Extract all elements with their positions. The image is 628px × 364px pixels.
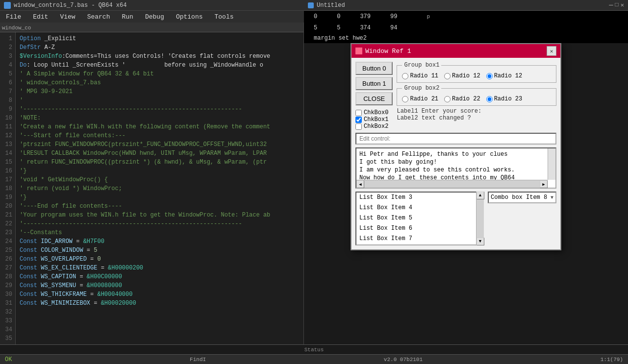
menu-search[interactable]: Search [85, 13, 112, 21]
console-c4b: 94 [390, 24, 397, 31]
console-data-row1: 0 0 379 99 p [304, 11, 628, 23]
hscroll-left-btn[interactable]: ◀ [356, 180, 364, 188]
checkboxes: ChkBox0 ChkBox1 ChkBox2 [355, 109, 393, 130]
listbox-wrapper: List Box Item 3List Box Item 4List Box I… [355, 192, 484, 245]
menu-run[interactable]: Run [120, 13, 135, 21]
menu-file[interactable]: File [4, 13, 23, 21]
console-c4: 99 [390, 13, 397, 20]
radio23-label[interactable]: Radio 23 [486, 96, 523, 102]
combo-area: Combo box Item 8 ▼ [488, 192, 556, 245]
radio12a-label[interactable]: Radio 12 [444, 73, 480, 79]
textarea-wrapper: Hi Petr and Fellippe, thanks to your clu… [355, 147, 556, 189]
radio21-label[interactable]: Radio 21 [402, 96, 438, 102]
line-numbers: 1234567891011121314151617181920212223242… [0, 32, 16, 344]
listbox-scrollbar[interactable]: ▲ ▼ [476, 192, 484, 245]
console-c3: 379 [360, 13, 371, 20]
radio23[interactable] [486, 96, 493, 102]
app-icon [4, 2, 11, 9]
menu-view[interactable]: View [58, 13, 77, 21]
radio11-label[interactable]: Radio 11 [402, 73, 438, 79]
radio22[interactable] [444, 96, 451, 102]
dialog-close-button[interactable]: ✕ [547, 46, 556, 56]
editor-area: window_co 123456789101112131415161718192… [0, 23, 304, 344]
top-row: Button 0 Button 1 CLOSE ChkBox0 ChkBox1 … [355, 62, 556, 130]
console-c2: 0 [337, 13, 340, 20]
position-text: 1:1(79) [601, 357, 623, 363]
radio12b[interactable] [486, 73, 493, 79]
editor-tab[interactable]: window_co [0, 23, 303, 32]
status-label: Status [304, 347, 324, 353]
console-p-label: p [427, 14, 430, 20]
radio21[interactable] [402, 96, 408, 102]
dialog-title-text: Window Ref 1 [365, 48, 411, 55]
dialog-title-bar: Window Ref 1 ✕ [352, 44, 560, 58]
button-close[interactable]: CLOSE [355, 92, 393, 105]
console-data-row2: 5 5 374 94 [304, 23, 628, 33]
list-item[interactable]: List Box Item 8 [356, 244, 475, 245]
left-col: Button 0 Button 1 CLOSE ChkBox0 ChkBox1 … [355, 62, 393, 130]
chkbox1-label: ChkBox1 [355, 116, 393, 123]
labels-area: Label1 Enter your score: Label2 text cha… [397, 108, 556, 121]
group1-radios: Radio 11 Radio 12 Radio 12 [402, 73, 551, 79]
chkbox2-label: ChkBox2 [355, 123, 393, 130]
status-ok: OK [5, 356, 12, 363]
radio12a[interactable] [444, 73, 451, 79]
radio22-label[interactable]: Radio 22 [444, 96, 480, 102]
group-box-2-label: Group box2 [402, 85, 441, 92]
menu-tools[interactable]: Tools [213, 13, 236, 21]
list-combo-row: List Box Item 3List Box Item 4List Box I… [355, 192, 556, 245]
listbox[interactable]: List Box Item 3List Box Item 4List Box I… [355, 192, 484, 245]
listbox-scroll-track[interactable] [477, 199, 484, 238]
status-bar: Status OK FindI v2.0 07b2101 1:1(79) [0, 344, 628, 364]
window-title: window_controls_7.bas - QB64 x64 [14, 2, 126, 9]
chkbox2[interactable] [355, 123, 362, 130]
console-maximize[interactable]: □ [615, 1, 619, 9]
list-item[interactable]: List Box Item 5 [356, 213, 475, 223]
chkbox0[interactable] [355, 110, 362, 116]
radio12b-label[interactable]: Radio 12 [486, 73, 523, 79]
combobox-value: Combo box Item 8 [491, 194, 547, 201]
console-c3b: 374 [360, 24, 371, 31]
listbox-scroll-up[interactable]: ▲ [477, 192, 484, 199]
console-c1: 0 [314, 13, 317, 20]
group-box-1-label: Group box1 [402, 62, 441, 69]
find-label[interactable]: FindI [190, 357, 206, 363]
console-c1b: 5 [314, 24, 317, 31]
textarea-vscroll[interactable] [548, 148, 555, 180]
console-title-bar: Untitled ─ □ ✕ [304, 0, 628, 11]
console-margin-text: margin set hwe2 [304, 33, 628, 43]
group-box-1: Group box1 Radio 11 Radio 12 Radio 12 [397, 62, 556, 83]
menu-options[interactable]: Options [174, 13, 205, 21]
status-label-area: Status [0, 345, 628, 355]
radio11[interactable] [402, 73, 408, 79]
list-item[interactable]: List Box Item 3 [356, 193, 475, 203]
code-content[interactable]: Option _ExplicitDefStr A-Z$VersionInfo:C… [16, 32, 303, 344]
group2-radios: Radio 21 Radio 22 Radio 23 [402, 96, 551, 102]
console-icon [308, 2, 314, 8]
editor-filename: window_co [2, 25, 31, 31]
combobox-arrow: ▼ [551, 195, 553, 200]
label1: Label1 Enter your score: [397, 108, 556, 115]
edit-control[interactable] [355, 133, 556, 145]
list-item[interactable]: List Box Item 4 [356, 203, 475, 213]
hscroll-track[interactable] [364, 180, 540, 188]
group-box-2: Group box2 Radio 21 Radio 22 Radio 23 [397, 85, 556, 106]
right-col: Group box1 Radio 11 Radio 12 Radio 12 [397, 62, 556, 130]
hscroll-right-btn[interactable]: ▶ [540, 180, 548, 188]
textarea-hscroll[interactable]: ◀ ▶ [356, 180, 548, 188]
combobox[interactable]: Combo box Item 8 ▼ [488, 192, 556, 203]
list-item[interactable]: List Box Item 7 [356, 234, 475, 244]
console-close[interactable]: ✕ [621, 1, 624, 9]
button-1[interactable]: Button 1 [355, 77, 393, 90]
console-minimize[interactable]: ─ [609, 1, 613, 9]
chkbox0-label: ChkBox0 [355, 109, 393, 116]
chkbox1[interactable] [355, 117, 362, 123]
label2: Label2 text changed ? [397, 115, 556, 121]
console-c2b: 5 [337, 24, 340, 31]
button-0[interactable]: Button 0 [355, 62, 393, 75]
menu-edit[interactable]: Edit [31, 13, 50, 21]
menu-debug[interactable]: Debug [143, 13, 166, 21]
listbox-scroll-down[interactable]: ▼ [477, 238, 484, 245]
list-item[interactable]: List Box Item 6 [356, 223, 475, 234]
dialog-window-ref: Window Ref 1 ✕ Button 0 Button 1 CLOSE C… [351, 43, 561, 250]
